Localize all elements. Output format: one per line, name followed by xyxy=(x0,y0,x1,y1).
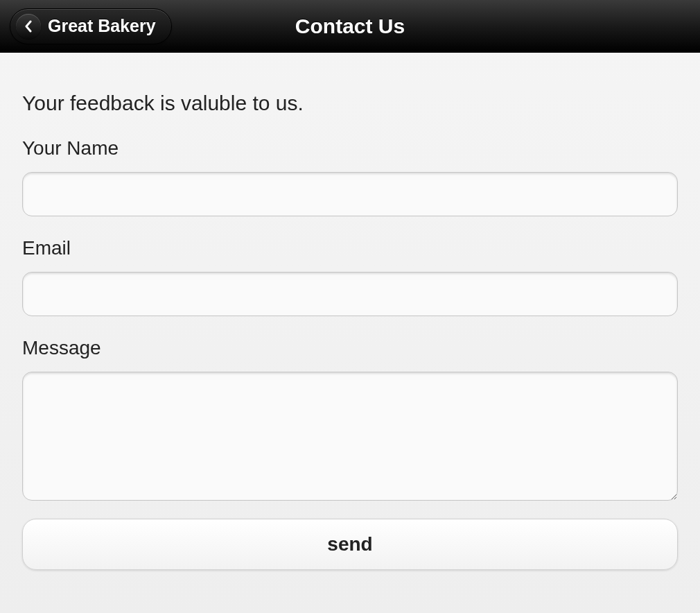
header: Great Bakery Contact Us xyxy=(0,0,700,53)
chevron-left-icon xyxy=(16,14,41,39)
intro-text: Your feedback is valuble to us. xyxy=(22,92,678,115)
email-label: Email xyxy=(22,237,678,259)
email-input[interactable] xyxy=(22,272,678,316)
page-title: Contact Us xyxy=(295,15,405,38)
send-button[interactable]: send xyxy=(22,519,678,570)
message-label: Message xyxy=(22,337,678,359)
message-input[interactable] xyxy=(22,372,678,501)
back-button[interactable]: Great Bakery xyxy=(10,8,172,44)
content: Your feedback is valuble to us. Your Nam… xyxy=(0,53,700,587)
name-input[interactable] xyxy=(22,172,678,216)
name-label: Your Name xyxy=(22,137,678,159)
back-button-label: Great Bakery xyxy=(48,16,156,36)
